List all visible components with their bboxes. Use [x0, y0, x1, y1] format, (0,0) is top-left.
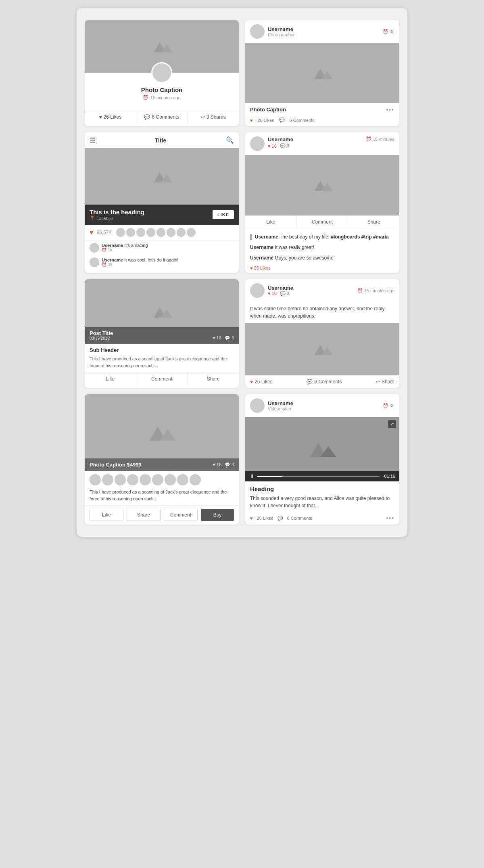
- post-text: ▌ Username The best day of my life! #lon…: [245, 232, 399, 242]
- fullscreen-button[interactable]: ⤢: [388, 420, 396, 428]
- post-header: Username Photographer ⏰ 3h: [245, 20, 399, 43]
- like-button[interactable]: Like: [85, 372, 136, 385]
- share-button[interactable]: Share: [188, 372, 239, 385]
- comment-button[interactable]: Comment: [297, 216, 348, 228]
- user-role: Videomaker: [268, 406, 380, 411]
- title-heading-card: ☰ Title 🔍 This is the heading 📍 Location…: [85, 132, 239, 273]
- post-image: [245, 323, 399, 375]
- video-card: Username Videomaker ⏰ 3h ⤢ ⏸: [245, 394, 399, 525]
- video-thumbnail[interactable]: ⤢ ⏸ -01:16: [245, 417, 399, 481]
- mini-avatar: [187, 228, 196, 237]
- card-actions: Like Share Comment Buy: [85, 505, 239, 524]
- photo-image: Photo Caption $4999 ♥ 16 💬 3: [85, 394, 239, 471]
- likes-count: 96,674: [97, 230, 112, 235]
- share-button[interactable]: ↩ Share: [376, 379, 394, 385]
- clock-icon: ⏰: [357, 288, 363, 293]
- heading-info: This is the heading 📍 Location: [90, 209, 144, 221]
- profile-time: ⏰ 15 minutes ago: [91, 95, 232, 100]
- post-date: 03/19/2012: [90, 336, 113, 341]
- comments-button[interactable]: 💬 6 Comments: [136, 110, 188, 124]
- share-button[interactable]: Share: [348, 216, 399, 228]
- user-info: Username ♥ 16 💬 3: [268, 285, 354, 296]
- video-progress-fill: [257, 476, 282, 477]
- comment-button[interactable]: Comment: [136, 372, 188, 385]
- avatar: [165, 474, 176, 485]
- comment-icon: 💬: [307, 379, 313, 385]
- profile-actions: ♥ 26 Likes 💬 6 Comments ↩ 3 Shares: [85, 110, 239, 124]
- comment-icon: 💬: [279, 117, 285, 123]
- clock-icon: ⏰: [383, 403, 388, 408]
- sub-header: Sub Header: [85, 344, 239, 355]
- avatar: [90, 474, 101, 485]
- avatar: [151, 62, 172, 83]
- avatar: [152, 474, 163, 485]
- post-caption: Photo Caption: [245, 103, 291, 116]
- more-options-button[interactable]: •••: [386, 107, 394, 113]
- comment-avatar: [90, 243, 99, 253]
- mini-avatar: [156, 228, 165, 237]
- avatar: [190, 474, 201, 485]
- title-bar: ☰ Title 🔍: [85, 132, 239, 148]
- hero-image: [85, 148, 239, 205]
- likes-button[interactable]: ♥ 26 Likes: [85, 110, 136, 124]
- search-icon[interactable]: 🔍: [226, 136, 234, 144]
- heading-title: This is the heading: [90, 209, 144, 215]
- more-options-button[interactable]: •••: [386, 515, 394, 521]
- comment-text: Username It was cool, let's do it again!: [102, 257, 178, 262]
- like-button[interactable]: Like: [245, 216, 297, 228]
- share-icon: ↩: [201, 114, 205, 120]
- post-footer: ♥ 26 Likes 💬 6 Comments ↩ Share: [245, 375, 399, 388]
- photo-caption: Photo Caption $4999: [90, 462, 142, 468]
- buy-button[interactable]: Buy: [201, 509, 234, 521]
- video-progress-bar[interactable]: [257, 476, 380, 477]
- mini-avatar: [146, 228, 155, 237]
- user-info: Username ♥ 16 💬 3: [268, 136, 363, 149]
- pause-button[interactable]: ⏸: [249, 473, 254, 479]
- comment-time: ⏰ 3h: [102, 262, 178, 267]
- comment-content: Username It's amazing ⏰ 2h: [102, 243, 148, 252]
- likes-count: ♥ 26 Likes: [245, 263, 399, 273]
- video-description: This sounded a very good reason, and Ali…: [245, 494, 399, 512]
- menu-icon[interactable]: ☰: [90, 136, 95, 144]
- post-actions: Like Comment Share: [85, 372, 239, 385]
- username: Username: [268, 136, 363, 142]
- username: Username: [268, 26, 380, 32]
- post-time: ⏰ 15 minutes ago: [357, 288, 394, 293]
- video-stats: ♥ 26 Likes 💬 6 Comments: [250, 516, 312, 521]
- comment-icon: 💬 3: [280, 143, 289, 149]
- post-image: [245, 155, 399, 215]
- comment-text: Username It's amazing: [102, 243, 148, 248]
- heart-icon: ♥: [250, 379, 253, 385]
- post-header: Username ♥ 16 💬 3 ⏰ 15 minutes: [245, 132, 399, 155]
- username: Username: [268, 400, 380, 406]
- comment-time: ⏰ 2h: [102, 248, 148, 252]
- mini-avatar: [167, 228, 175, 237]
- avatars-row: [85, 471, 239, 487]
- heart-icon: ♥: [250, 266, 253, 270]
- heart-icon: ♥: [250, 118, 253, 123]
- heart-icon: ♥ 16: [268, 291, 277, 296]
- comment-avatar: [90, 257, 99, 267]
- comment-button[interactable]: Comment: [164, 509, 198, 521]
- post-image: [245, 43, 399, 103]
- mini-avatar: [136, 228, 145, 237]
- user-info: Username Videomaker: [268, 400, 380, 411]
- clock-icon: ⏰: [383, 29, 388, 34]
- clock-icon: ⏰: [143, 95, 148, 100]
- stats-row: ♥ 96,674: [85, 225, 239, 241]
- comment-row: Username It's amazing ⏰ 2h: [85, 241, 239, 255]
- mini-avatar: [177, 228, 186, 237]
- clock-icon: ⏰: [366, 136, 371, 142]
- avatar: [250, 398, 265, 413]
- post-header: Username ♥ 16 💬 3 ⏰ 15 minutes ago: [245, 279, 399, 302]
- like-button[interactable]: LIKE: [213, 210, 234, 219]
- post-text: It was some time before he obtained any …: [245, 302, 399, 323]
- post-stats: ♥ 16 💬 3: [213, 335, 234, 341]
- shares-button[interactable]: ↩ 3 Shares: [188, 110, 239, 124]
- like-button[interactable]: Like: [90, 509, 123, 521]
- comment-icon: 💬 3: [280, 291, 289, 296]
- avatar: [102, 474, 113, 485]
- mini-avatar: [116, 228, 125, 237]
- share-button[interactable]: Share: [127, 509, 161, 521]
- comment2: Username Guys, you are so awesome: [245, 253, 399, 263]
